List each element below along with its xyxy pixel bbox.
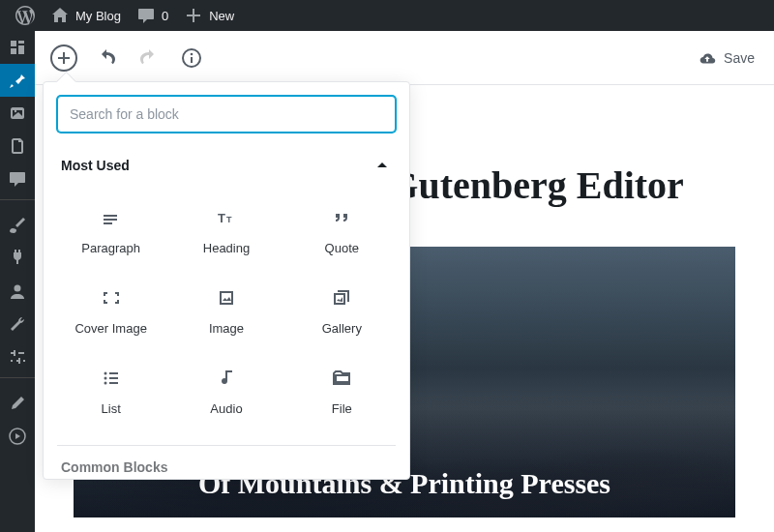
block-label: Heading	[203, 241, 250, 255]
gallery-icon	[330, 286, 353, 310]
svg-point-0	[15, 110, 16, 112]
play-icon	[8, 427, 27, 446]
sidebar-item-tools[interactable]	[0, 308, 35, 340]
heading-icon: TT	[215, 206, 238, 229]
block-quote[interactable]: Quote	[286, 192, 398, 269]
plus-icon	[54, 48, 74, 68]
block-image[interactable]: Image	[170, 273, 282, 349]
block-file[interactable]: File	[286, 353, 398, 429]
brush-icon	[8, 216, 27, 235]
pin-icon	[8, 71, 27, 90]
comments-link[interactable]: 0	[129, 0, 176, 31]
block-label: Paragraph	[81, 241, 140, 255]
admin-sidebar	[0, 31, 35, 532]
plus-icon	[184, 6, 203, 25]
undo-icon	[95, 46, 118, 70]
svg-point-7	[104, 372, 106, 375]
search-input[interactable]	[57, 96, 396, 133]
sidebar-item-settings[interactable]	[0, 340, 35, 373]
image-icon	[215, 286, 238, 310]
home-icon	[50, 6, 70, 25]
list-icon	[100, 367, 123, 390]
pencil-icon	[8, 394, 27, 413]
section-most-used[interactable]: Most Used	[44, 146, 409, 185]
redo-icon	[137, 46, 161, 70]
comments-count: 0	[162, 9, 168, 23]
svg-text:T: T	[226, 215, 232, 224]
cover-image-icon	[100, 286, 123, 310]
section-label: Most Used	[61, 158, 130, 173]
wp-logo[interactable]	[8, 0, 43, 31]
block-label: File	[332, 401, 352, 416]
block-label: Image	[209, 321, 244, 336]
sidebar-item-comments[interactable]	[0, 163, 35, 195]
wrench-icon	[8, 314, 27, 334]
dashboard-icon	[8, 38, 27, 57]
wordpress-icon	[15, 6, 35, 25]
media-icon	[8, 103, 27, 123]
block-cover-image[interactable]: Cover Image	[55, 273, 166, 349]
svg-point-4	[191, 52, 194, 55]
block-label: List	[102, 401, 121, 416]
block-label: Gallery	[322, 321, 362, 336]
sidebar-item-gutenberg[interactable]	[0, 387, 35, 420]
block-label: Quote	[325, 241, 359, 255]
info-icon	[180, 46, 203, 70]
add-block-button[interactable]	[50, 44, 77, 72]
block-grid: Paragraph TT Heading Quote Cover Image I…	[44, 185, 409, 445]
svg-point-1	[15, 285, 21, 292]
redo-button[interactable]	[132, 41, 166, 75]
site-name-link[interactable]: My Blog	[43, 0, 129, 31]
pages-icon	[8, 136, 27, 156]
block-paragraph[interactable]: Paragraph	[55, 192, 166, 269]
block-audio[interactable]: Audio	[170, 353, 282, 429]
sidebar-item-pages[interactable]	[0, 130, 35, 163]
new-content-link[interactable]: New	[176, 0, 242, 31]
editor-toolbar: Save	[35, 31, 774, 85]
cloud-icon	[697, 47, 718, 69]
quote-icon	[330, 206, 353, 229]
block-heading[interactable]: TT Heading	[170, 192, 282, 269]
svg-point-9	[104, 382, 106, 385]
sidebar-item-dashboard[interactable]	[0, 31, 35, 64]
comment-icon	[136, 6, 156, 25]
section-label: Common Blocks	[61, 459, 167, 475]
block-list[interactable]: List	[55, 353, 166, 429]
block-label: Audio	[210, 401, 242, 416]
inserter-search-wrap	[44, 82, 409, 146]
save-button[interactable]: Save	[689, 47, 762, 69]
file-icon	[330, 367, 353, 390]
sidebar-separator	[0, 377, 35, 383]
site-name: My Blog	[75, 9, 121, 23]
save-label: Save	[724, 50, 755, 66]
user-icon	[8, 281, 27, 301]
section-common-blocks[interactable]: Common Blocks	[44, 446, 409, 479]
sidebar-separator	[0, 199, 35, 205]
sidebar-item-media[interactable]	[0, 97, 35, 130]
audio-icon	[215, 367, 238, 390]
undo-button[interactable]	[89, 41, 124, 75]
sidebar-item-appearance[interactable]	[0, 209, 35, 242]
block-inserter-panel: Most Used Paragraph TT Heading Quote Cov…	[43, 81, 410, 480]
sidebar-item-posts[interactable]	[0, 64, 35, 97]
sidebar-item-users[interactable]	[0, 275, 35, 308]
block-gallery[interactable]: Gallery	[286, 273, 398, 349]
chevron-up-icon	[372, 156, 392, 175]
svg-text:T: T	[218, 211, 225, 225]
comment-icon	[8, 169, 27, 189]
info-button[interactable]	[174, 41, 209, 75]
sidebar-item-play[interactable]	[0, 420, 35, 453]
block-label: Cover Image	[74, 321, 146, 336]
plug-icon	[8, 249, 27, 268]
admin-bar: My Blog 0 New	[0, 0, 774, 31]
svg-point-8	[104, 377, 106, 380]
new-label: New	[209, 9, 234, 23]
sliders-icon	[8, 347, 27, 367]
paragraph-icon	[100, 206, 123, 229]
sidebar-item-plugins[interactable]	[0, 242, 35, 275]
